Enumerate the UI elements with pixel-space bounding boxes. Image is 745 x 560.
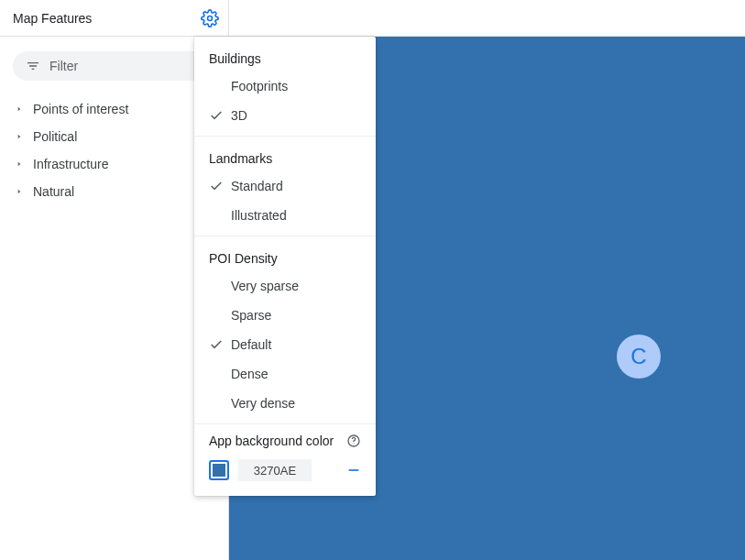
option-item[interactable]: Very dense [194, 389, 376, 418]
check-icon [209, 337, 231, 352]
map-marker[interactable]: C [617, 335, 661, 379]
section-title: Landmarks [194, 146, 376, 171]
option-item[interactable]: Illustrated [194, 201, 376, 230]
color-hex-input[interactable] [238, 459, 312, 481]
option-label: Very dense [231, 396, 295, 411]
option-label: Default [231, 337, 271, 352]
caret-right-icon [15, 132, 24, 141]
sidebar-header: Map Features [0, 0, 228, 37]
bg-color-label: App background color [209, 434, 334, 448]
option-label: Illustrated [231, 208, 287, 223]
popover-section: POI DensityVery sparseSparseDefaultDense… [194, 236, 376, 424]
tree-item-label: Natural [33, 184, 74, 199]
option-label: Sparse [231, 308, 271, 323]
section-title: POI Density [194, 246, 376, 271]
settings-popover: BuildingsFootprints3DLandmarksStandardIl… [194, 37, 376, 496]
option-label: Footprints [231, 79, 288, 93]
tree-item-label: Infrastructure [33, 157, 108, 171]
option-item[interactable]: Very sparse [194, 271, 376, 301]
svg-point-2 [353, 444, 354, 445]
filter-icon [26, 59, 40, 73]
option-label: Dense [231, 367, 268, 381]
background-color-section: App background color [194, 424, 376, 489]
option-item[interactable]: 3D [194, 101, 376, 130]
check-icon [209, 179, 231, 193]
help-icon[interactable] [346, 434, 361, 448]
caret-right-icon [15, 104, 24, 114]
gear-icon[interactable] [201, 9, 219, 27]
caret-right-icon [15, 187, 24, 196]
option-item[interactable]: Default [194, 330, 376, 359]
option-item[interactable]: Footprints [194, 71, 376, 101]
popover-section: BuildingsFootprints3D [194, 37, 376, 137]
tree-item-label: Points of interest [33, 102, 128, 116]
popover-section: LandmarksStandardIllustrated [194, 137, 376, 236]
option-item[interactable]: Dense [194, 359, 376, 389]
filter-placeholder: Filter [49, 59, 78, 73]
option-item[interactable]: Standard [194, 171, 376, 201]
option-item[interactable]: Sparse [194, 301, 376, 330]
section-title: Buildings [194, 46, 376, 71]
filter-input[interactable]: Filter [13, 51, 215, 81]
caret-right-icon [15, 159, 24, 169]
sidebar-title: Map Features [13, 11, 92, 26]
tree-item-label: Political [33, 129, 77, 144]
marker-letter: C [630, 344, 646, 369]
option-label: 3D [231, 108, 247, 123]
option-label: Very sparse [231, 279, 299, 293]
check-icon [209, 108, 231, 123]
reset-color-button[interactable] [346, 463, 361, 478]
svg-point-0 [208, 16, 213, 20]
option-label: Standard [231, 179, 283, 193]
header-strip [229, 0, 745, 37]
color-swatch[interactable] [209, 460, 229, 480]
